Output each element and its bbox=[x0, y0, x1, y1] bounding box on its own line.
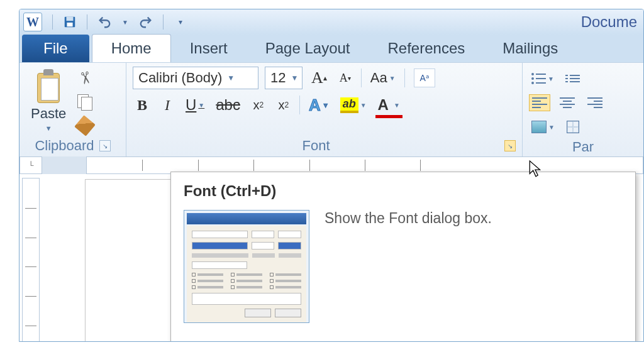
undo-dropdown[interactable]: ▼ bbox=[121, 14, 129, 30]
cut-button[interactable]: ✂ bbox=[76, 69, 94, 87]
document-title: Docume bbox=[581, 13, 640, 31]
grow-font-button[interactable]: A▴ bbox=[309, 67, 330, 89]
format-painter-button[interactable] bbox=[76, 117, 94, 134]
font-launcher[interactable]: ↘ bbox=[504, 140, 516, 151]
numbering-button[interactable] bbox=[563, 68, 582, 89]
tab-file[interactable]: File bbox=[22, 35, 89, 62]
tooltip-thumbnail bbox=[184, 210, 309, 323]
align-center-button[interactable] bbox=[557, 94, 578, 111]
align-left-icon bbox=[532, 97, 547, 108]
save-button[interactable] bbox=[62, 14, 78, 30]
clear-formatting-button[interactable]: Aᵃ bbox=[411, 67, 438, 89]
copy-icon bbox=[77, 94, 92, 109]
svg-rect-1 bbox=[67, 17, 74, 21]
font-group-label: Font bbox=[302, 138, 330, 154]
font-name-combo[interactable]: Calibri (Body)▼ bbox=[133, 67, 258, 89]
align-center-icon bbox=[560, 97, 575, 108]
tab-references[interactable]: References bbox=[369, 35, 484, 62]
change-case-button[interactable]: Aa▼ bbox=[368, 67, 398, 89]
svg-rect-2 bbox=[67, 23, 72, 26]
tab-home[interactable]: Home bbox=[92, 34, 171, 62]
strikethrough-button[interactable]: abc bbox=[213, 94, 243, 116]
subscript-button[interactable]: x2 bbox=[249, 94, 268, 116]
align-right-icon bbox=[587, 97, 602, 108]
bullets-icon bbox=[531, 73, 546, 84]
scissors-icon: ✂ bbox=[74, 69, 96, 86]
paste-button[interactable]: Paste ▼ bbox=[26, 67, 71, 136]
shrink-font-button[interactable]: A▾ bbox=[336, 67, 355, 89]
paragraph-group-label: Par bbox=[572, 139, 594, 155]
text-effects-button[interactable]: A▼ bbox=[306, 94, 331, 116]
brush-icon bbox=[74, 115, 96, 136]
font-launcher-tooltip: Font (Ctrl+D) Show th bbox=[170, 172, 636, 342]
superscript-button[interactable]: x2 bbox=[274, 94, 293, 116]
tab-mailings[interactable]: Mailings bbox=[484, 35, 577, 62]
clipboard-icon bbox=[35, 69, 62, 103]
copy-button[interactable] bbox=[76, 93, 94, 111]
highlight-button[interactable]: ab▼ bbox=[338, 94, 369, 116]
clipboard-group-label: Clipboard bbox=[35, 138, 94, 154]
underline-button[interactable]: U▼ bbox=[183, 94, 207, 116]
align-right-button[interactable] bbox=[584, 94, 606, 111]
font-color-button[interactable]: A▼ bbox=[375, 94, 402, 116]
align-left-button[interactable] bbox=[529, 94, 550, 111]
tab-insert[interactable]: Insert bbox=[171, 35, 247, 62]
clipboard-launcher[interactable]: ↘ bbox=[99, 140, 111, 151]
bold-button[interactable]: B bbox=[133, 94, 152, 116]
borders-button[interactable] bbox=[564, 116, 582, 138]
eraser-icon: Aᵃ bbox=[414, 69, 435, 87]
shading-icon bbox=[531, 121, 547, 133]
bullets-button[interactable]: ▼ bbox=[529, 68, 557, 89]
title-bar: W ▼ ▾ Docume bbox=[19, 9, 643, 35]
tooltip-description: Show the Font dialog box. bbox=[325, 210, 492, 323]
borders-icon bbox=[567, 121, 579, 133]
undo-button[interactable] bbox=[96, 14, 113, 30]
paste-label: Paste bbox=[31, 106, 66, 122]
tab-page-layout[interactable]: Page Layout bbox=[247, 35, 369, 62]
ruler-corner[interactable]: └ bbox=[19, 156, 42, 174]
font-size-combo[interactable]: 12▼ bbox=[265, 67, 303, 89]
numbering-icon bbox=[565, 75, 580, 82]
qat-customize-dropdown[interactable]: ▾ bbox=[172, 14, 189, 30]
shading-button[interactable]: ▼ bbox=[529, 116, 557, 138]
italic-button[interactable]: I bbox=[158, 94, 177, 116]
word-app-icon: W bbox=[23, 13, 42, 31]
redo-button[interactable] bbox=[138, 14, 154, 30]
ribbon-tabs: File Home Insert Page Layout References … bbox=[19, 35, 643, 62]
tooltip-title: Font (Ctrl+D) bbox=[184, 182, 623, 200]
vertical-ruler[interactable] bbox=[22, 178, 40, 342]
